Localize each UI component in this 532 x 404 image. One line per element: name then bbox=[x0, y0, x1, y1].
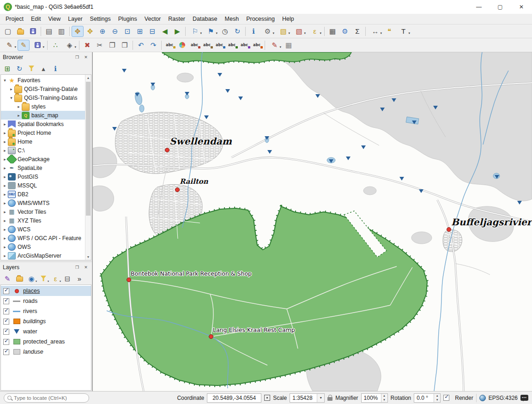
new-annotation-button[interactable]: ✎ ▾ bbox=[267, 40, 282, 51]
open-project-button[interactable]: ▾ bbox=[14, 26, 26, 37]
rotate-label-button[interactable]: abc ▾ bbox=[238, 40, 250, 51]
refresh-map-button[interactable]: ↻ ▾ bbox=[231, 26, 243, 37]
expander-icon[interactable]: ▸ bbox=[2, 236, 8, 241]
layer-name-label[interactable]: roads bbox=[23, 298, 37, 304]
layer-visibility-checkbox[interactable]: ✓ bbox=[3, 308, 9, 314]
undo-button[interactable]: ↶ ▾ bbox=[135, 40, 147, 51]
expander-icon[interactable]: ▾ bbox=[2, 78, 8, 83]
expander-icon[interactable]: ▸ bbox=[2, 253, 8, 258]
manage-map-themes-button[interactable]: ◉ ▾ bbox=[26, 273, 37, 283]
add-group-button[interactable]: ▾ bbox=[14, 273, 25, 283]
temporal-controller-button[interactable]: ◷ ▾ bbox=[219, 26, 231, 37]
browser-item-xyz-tiles[interactable]: ▸ ▦ XYZ Tiles bbox=[1, 216, 85, 225]
new-spatial-bookmark-button[interactable]: ⚐ ▾ bbox=[187, 26, 203, 37]
browser-item-project-home[interactable]: ▸ Project Home bbox=[1, 128, 85, 137]
layer-row-water[interactable]: ✓ water bbox=[1, 326, 91, 337]
redo-button[interactable]: ↷ ▾ bbox=[147, 40, 159, 51]
toolbar-overflow-button[interactable]: » ▾ bbox=[74, 273, 85, 283]
browser-item-basic-map[interactable]: ▸ Q basic_map bbox=[1, 111, 85, 120]
delete-selected-button[interactable]: ✖ ▾ bbox=[81, 40, 93, 51]
coordinate-field[interactable]: 20.5489,-34.0554 bbox=[207, 393, 261, 403]
layers-close-button[interactable]: ✕ bbox=[83, 264, 89, 271]
vertex-tool-button[interactable]: ◈ ▾ bbox=[62, 40, 77, 51]
layer-row-rivers[interactable]: ✓ rivers bbox=[1, 306, 91, 316]
expander-icon[interactable]: ▸ bbox=[2, 245, 8, 249]
open-attribute-table-button[interactable]: ▦ ▾ bbox=[326, 26, 339, 37]
deselect-features-button[interactable]: ▧ ▾ bbox=[291, 26, 307, 37]
new-print-layout-button[interactable]: ▤ ▾ bbox=[43, 26, 55, 37]
locate-box[interactable] bbox=[4, 393, 89, 403]
expand-collapse-layers-button[interactable]: ⊟ ▾ bbox=[62, 273, 73, 283]
expander-icon[interactable]: ▸ bbox=[2, 183, 8, 188]
layer-visibility-checkbox[interactable]: ✓ bbox=[3, 288, 9, 294]
magnifier-spinbox[interactable]: 100% ▲ ▼ bbox=[361, 393, 388, 403]
collapse-all-button[interactable]: ▴ ▾ bbox=[38, 63, 49, 73]
layer-name-label[interactable]: buildings bbox=[23, 318, 46, 325]
zoom-to-layer-button[interactable]: ⊟ ▾ bbox=[146, 26, 158, 37]
layer-visibility-checkbox[interactable]: ✓ bbox=[3, 319, 9, 325]
browser-scrollbar[interactable]: ▲ ▼ bbox=[85, 75, 91, 260]
browser-item-styles[interactable]: ▸ styles bbox=[1, 102, 85, 111]
browser-item-wfs[interactable]: ▸ WFS / OGC API - Feature bbox=[1, 234, 85, 242]
expander-icon[interactable]: ▸ bbox=[2, 139, 8, 144]
layers-float-button[interactable]: ❐ bbox=[74, 264, 80, 271]
expander-icon[interactable]: ▸ bbox=[2, 227, 8, 232]
browser-item-wcs[interactable]: ▸ WCS bbox=[1, 225, 85, 234]
expander-icon[interactable]: ▸ bbox=[2, 218, 8, 223]
refresh-browser-button[interactable]: ↻ ▾ bbox=[14, 63, 25, 73]
filter-by-expression-button[interactable]: ε ▾ bbox=[50, 273, 61, 283]
menu-view[interactable]: View bbox=[44, 14, 64, 24]
menu-layer[interactable]: Layer bbox=[64, 14, 86, 24]
statistical-summary-button[interactable]: Σ ▾ bbox=[351, 26, 363, 37]
magnifier-value[interactable]: 100% bbox=[362, 394, 381, 402]
browser-item-training-data-e[interactable]: ▸ QGIS-Training-Data\e bbox=[1, 84, 85, 93]
add-point-feature-button[interactable]: ∴ ▾ bbox=[49, 40, 61, 51]
layer-row-protected-areas[interactable]: ✓ protected_areas bbox=[1, 337, 91, 347]
menu-mesh[interactable]: Mesh bbox=[221, 14, 243, 24]
layer-name-label[interactable]: places bbox=[23, 288, 40, 294]
identify-features-button[interactable]: ℹ ▾ bbox=[248, 26, 260, 37]
maximize-button[interactable]: ▢ bbox=[490, 0, 511, 14]
layer-row-roads[interactable]: ✓ roads bbox=[1, 296, 91, 306]
browser-item-arcgis-map-server[interactable]: ▸ ArcGisMapServer bbox=[1, 251, 85, 260]
menu-help[interactable]: Help bbox=[278, 14, 298, 24]
layer-name-label[interactable]: landuse bbox=[23, 349, 43, 355]
menu-project[interactable]: Project bbox=[2, 14, 27, 24]
browser-item-training-data-s[interactable]: ▾ QGIS-Training-Data\s bbox=[1, 93, 85, 102]
combo-arrow-icon[interactable]: ▾ bbox=[317, 394, 324, 402]
epsg-value[interactable]: EPSG:4326 bbox=[489, 395, 518, 401]
save-project-button[interactable]: ▾ bbox=[27, 26, 39, 37]
map-canvas[interactable]: Swellendam Railton Buffeljagsrivier Bont… bbox=[92, 52, 532, 391]
spin-down-icon[interactable]: ▼ bbox=[434, 398, 440, 402]
highlight-pinned-labels-button[interactable]: abc ▾ bbox=[188, 40, 200, 51]
rotation-value[interactable]: 0.0 ° bbox=[414, 394, 434, 402]
browser-item-db2[interactable]: ▸ DB2 DB2 bbox=[1, 190, 85, 199]
menu-raster[interactable]: Raster bbox=[164, 14, 189, 24]
filter-legend-button[interactable]: ▾ bbox=[38, 273, 49, 283]
expander-icon[interactable]: ▸ bbox=[2, 201, 8, 205]
new-project-button[interactable]: ▢ ▾ bbox=[2, 26, 14, 37]
layer-visibility-checkbox[interactable]: ✓ bbox=[3, 329, 9, 335]
locate-input[interactable] bbox=[14, 395, 85, 401]
spin-down-icon[interactable]: ▼ bbox=[381, 398, 387, 402]
measure-button[interactable]: ↔ ▾ bbox=[368, 26, 383, 37]
expander-icon[interactable]: ▸ bbox=[2, 122, 8, 127]
layer-row-places[interactable]: ✓ places bbox=[1, 286, 91, 296]
rotation-spinbox[interactable]: 0.0 ° ▲ ▼ bbox=[414, 393, 441, 403]
annotation-layer-button[interactable]: ▦ ▾ bbox=[283, 40, 295, 51]
show-spatial-bookmarks-button[interactable]: ⚑ ▾ bbox=[203, 26, 218, 37]
show-layout-manager-button[interactable]: ▥ ▾ bbox=[55, 26, 67, 37]
expander-icon[interactable]: ▸ bbox=[16, 104, 22, 109]
expander-icon[interactable]: ▸ bbox=[2, 148, 8, 153]
browser-item-wms-wmts[interactable]: ▸ WMS/WMTS bbox=[1, 199, 85, 207]
browser-item-postgis[interactable]: ▸ PostGIS bbox=[1, 172, 85, 181]
zoom-full-extent-button[interactable]: ⊡ ▾ bbox=[121, 26, 133, 37]
cut-features-button[interactable]: ✂ ▾ bbox=[94, 40, 106, 51]
paste-features-button[interactable]: ❒ ▾ bbox=[119, 40, 131, 51]
layer-diagram-options-button[interactable]: ▾ bbox=[176, 40, 188, 51]
expander-icon[interactable]: ▸ bbox=[2, 166, 8, 170]
text-annotation-button[interactable]: T ▾ bbox=[396, 26, 411, 37]
menu-plugins[interactable]: Plugins bbox=[115, 14, 141, 24]
browser-item-mssql[interactable]: ▸ MSSQL bbox=[1, 181, 85, 190]
browser-item-ows[interactable]: ▸ OWS bbox=[1, 242, 85, 251]
